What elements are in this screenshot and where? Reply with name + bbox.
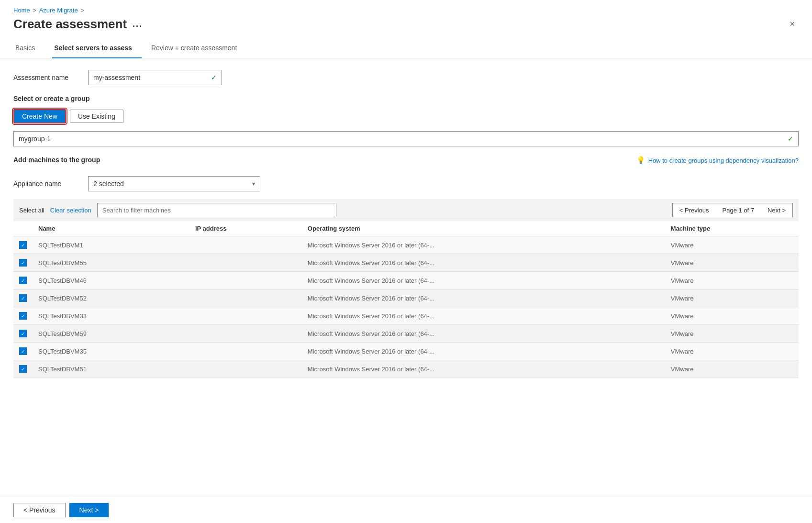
clear-selection-button[interactable]: Clear selection (50, 207, 91, 214)
row-os: Microsoft Windows Server 2016 or later (… (302, 236, 665, 254)
breadcrumb: Home > Azure Migrate > (0, 0, 812, 14)
appliance-name-label: Appliance name (13, 180, 80, 188)
assessment-name-row: Assessment name my-assessment ✓ (13, 70, 799, 85)
table-row[interactable]: ✓SQLTestDBVM59Microsoft Windows Server 2… (13, 325, 799, 343)
close-button[interactable]: × (786, 17, 799, 31)
table-next-button[interactable]: Next > (761, 203, 793, 217)
checkbox-checked-icon: ✓ (19, 277, 27, 284)
table-body: ✓SQLTestDBVM1Microsoft Windows Server 20… (13, 236, 799, 378)
add-machines-section: Add machines to the group 💡 How to creat… (13, 156, 799, 170)
row-ip (189, 272, 302, 289)
breadcrumb-sep1: > (33, 7, 36, 14)
row-type: VMware (665, 236, 799, 254)
help-link[interactable]: 💡 How to create groups using dependency … (636, 156, 799, 165)
row-checkbox-cell[interactable]: ✓ (13, 360, 33, 378)
checkbox-checked-icon: ✓ (19, 259, 27, 267)
group-name-input[interactable]: mygroup-1 ✓ (13, 131, 799, 146)
row-type: VMware (665, 272, 799, 289)
row-checkbox-cell[interactable]: ✓ (13, 343, 33, 360)
row-checkbox-cell[interactable]: ✓ (13, 307, 33, 325)
row-ip (189, 289, 302, 307)
table-row[interactable]: ✓SQLTestDBVM35Microsoft Windows Server 2… (13, 343, 799, 360)
breadcrumb-sep2: > (81, 7, 84, 14)
checkbox-checked-icon: ✓ (19, 365, 27, 373)
table-row[interactable]: ✓SQLTestDBVM1Microsoft Windows Server 20… (13, 236, 799, 254)
checkbox-checked-icon: ✓ (19, 330, 27, 337)
row-os: Microsoft Windows Server 2016 or later (… (302, 325, 665, 343)
row-checkbox-cell[interactable]: ✓ (13, 272, 33, 289)
table-row[interactable]: ✓SQLTestDBVM46Microsoft Windows Server 2… (13, 272, 799, 289)
breadcrumb-home[interactable]: Home (13, 7, 30, 14)
col-name: Name (33, 221, 189, 236)
row-type: VMware (665, 343, 799, 360)
row-name: SQLTestDBVM51 (33, 360, 189, 378)
more-options-button[interactable]: ... (133, 19, 143, 29)
col-os: Operating system (302, 221, 665, 236)
row-ip (189, 325, 302, 343)
group-buttons: Create New Use Existing (13, 109, 799, 123)
page-indicator: Page 1 of 7 (716, 203, 761, 217)
row-name: SQLTestDBVM59 (33, 325, 189, 343)
use-existing-button[interactable]: Use Existing (70, 110, 123, 123)
row-os: Microsoft Windows Server 2016 or later (… (302, 289, 665, 307)
tab-review[interactable]: Review + create assessment (149, 39, 246, 58)
breadcrumb-azure-migrate[interactable]: Azure Migrate (39, 7, 78, 14)
row-checkbox-cell[interactable]: ✓ (13, 289, 33, 307)
assessment-name-label: Assessment name (13, 74, 80, 81)
table-prev-button[interactable]: < Previous (672, 203, 716, 217)
footer-prev-button[interactable]: < Previous (13, 503, 66, 517)
select-all-button[interactable]: Select all (19, 207, 44, 214)
title-text: Create assessment (13, 17, 127, 32)
row-os: Microsoft Windows Server 2016 or later (… (302, 360, 665, 378)
table-header-row: Name IP address Operating system Machine… (13, 221, 799, 236)
main-content: Assessment name my-assessment ✓ Select o… (0, 58, 812, 497)
row-ip (189, 343, 302, 360)
checkbox-checked-icon: ✓ (19, 294, 27, 302)
assessment-name-input[interactable]: my-assessment ✓ (88, 70, 222, 85)
row-type: VMware (665, 254, 799, 272)
row-name: SQLTestDBVM52 (33, 289, 189, 307)
machines-table: Name IP address Operating system Machine… (13, 221, 799, 378)
row-checkbox-cell[interactable]: ✓ (13, 236, 33, 254)
row-os: Microsoft Windows Server 2016 or later (… (302, 272, 665, 289)
bulb-icon: 💡 (636, 156, 645, 165)
row-ip (189, 254, 302, 272)
row-type: VMware (665, 289, 799, 307)
appliance-row: Appliance name 2 selected ▾ (13, 176, 799, 191)
table-row[interactable]: ✓SQLTestDBVM33Microsoft Windows Server 2… (13, 307, 799, 325)
row-os: Microsoft Windows Server 2016 or later (… (302, 254, 665, 272)
table-toolbar: Select all Clear selection < Previous Pa… (13, 199, 799, 221)
row-name: SQLTestDBVM46 (33, 272, 189, 289)
row-ip (189, 307, 302, 325)
search-input[interactable] (97, 203, 336, 217)
col-type: Machine type (665, 221, 799, 236)
toolbar-right: < Previous Page 1 of 7 Next > (672, 203, 793, 217)
appliance-dropdown[interactable]: 2 selected ▾ (88, 176, 260, 191)
row-checkbox-cell[interactable]: ✓ (13, 254, 33, 272)
row-name: SQLTestDBVM33 (33, 307, 189, 325)
col-checkbox (13, 221, 33, 236)
table-row[interactable]: ✓SQLTestDBVM52Microsoft Windows Server 2… (13, 289, 799, 307)
checkbox-checked-icon: ✓ (19, 312, 27, 320)
row-type: VMware (665, 307, 799, 325)
row-os: Microsoft Windows Server 2016 or later (… (302, 343, 665, 360)
tab-basics[interactable]: Basics (13, 39, 44, 58)
panel-title: Create assessment ... (13, 17, 143, 32)
group-name-check-icon: ✓ (788, 135, 793, 143)
table-row[interactable]: ✓SQLTestDBVM55Microsoft Windows Server 2… (13, 254, 799, 272)
row-os: Microsoft Windows Server 2016 or later (… (302, 307, 665, 325)
row-name: SQLTestDBVM1 (33, 236, 189, 254)
tab-select-servers[interactable]: Select servers to assess (52, 39, 142, 58)
table-row[interactable]: ✓SQLTestDBVM51Microsoft Windows Server 2… (13, 360, 799, 378)
row-ip (189, 360, 302, 378)
row-name: SQLTestDBVM35 (33, 343, 189, 360)
footer-next-button[interactable]: Next > (69, 503, 109, 517)
row-ip (189, 236, 302, 254)
row-name: SQLTestDBVM55 (33, 254, 189, 272)
row-checkbox-cell[interactable]: ✓ (13, 325, 33, 343)
row-type: VMware (665, 325, 799, 343)
tabs-nav: Basics Select servers to assess Review +… (0, 32, 812, 58)
footer: < Previous Next > (0, 497, 812, 523)
add-machines-title: Add machines to the group (13, 156, 100, 164)
create-new-button[interactable]: Create New (13, 109, 66, 123)
